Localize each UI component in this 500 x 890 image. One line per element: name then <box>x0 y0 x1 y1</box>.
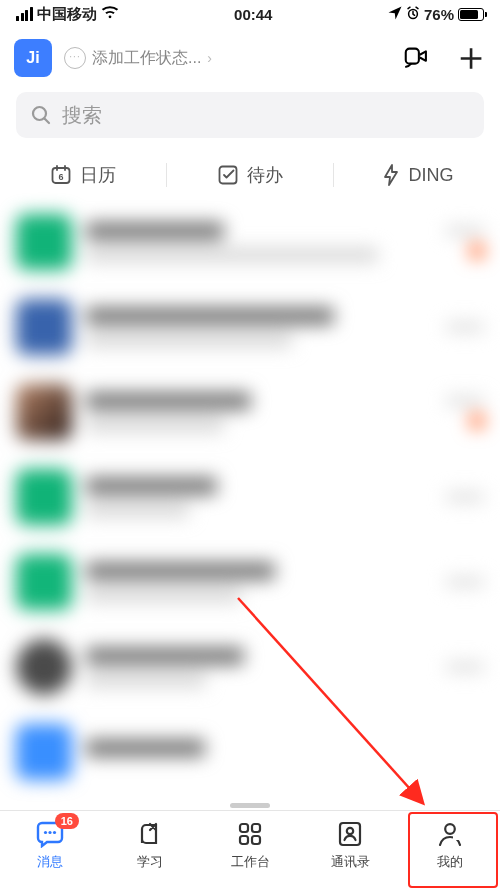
study-icon <box>135 820 165 848</box>
nav-contacts[interactable]: 通讯录 <box>300 819 400 890</box>
svg-rect-12 <box>252 824 260 832</box>
alarm-icon <box>406 6 420 23</box>
nav-mine[interactable]: 我的 <box>400 819 500 890</box>
drag-handle-icon <box>230 803 270 808</box>
svg-rect-18 <box>453 836 459 840</box>
svg-point-17 <box>445 824 455 834</box>
nav-study[interactable]: 学习 <box>100 819 200 890</box>
quick-ding[interactable]: DING <box>334 164 500 186</box>
status-time: 00:44 <box>234 6 272 23</box>
quick-todo-label: 待办 <box>247 163 283 187</box>
add-button[interactable]: ＋ <box>456 43 486 73</box>
contacts-icon <box>335 820 365 848</box>
svg-point-16 <box>347 828 353 834</box>
avatar[interactable]: Ji <box>14 39 52 77</box>
profile-icon <box>435 820 465 848</box>
location-icon <box>388 6 402 23</box>
messages-badge: 16 <box>55 813 79 829</box>
search-placeholder: 搜索 <box>62 102 102 129</box>
quick-actions: 6 日历 待办 DING <box>0 150 500 200</box>
ding-icon <box>381 164 401 186</box>
chat-list <box>0 200 500 795</box>
chat-item[interactable] <box>0 200 500 285</box>
signal-icon <box>16 7 33 21</box>
nav-label: 我的 <box>437 853 463 871</box>
chat-item[interactable] <box>0 285 500 370</box>
chat-item[interactable] <box>0 710 500 795</box>
nav-label: 工作台 <box>231 853 270 871</box>
svg-rect-11 <box>240 824 248 832</box>
workbench-icon <box>235 820 265 848</box>
plus-icon: ＋ <box>451 36 491 76</box>
carrier-label: 中国移动 <box>37 5 97 24</box>
battery-pct: 76% <box>424 6 454 23</box>
quick-todo[interactable]: 待办 <box>167 163 333 187</box>
svg-point-8 <box>44 831 47 834</box>
quick-calendar[interactable]: 6 日历 <box>0 163 166 187</box>
status-right: 76% <box>388 6 484 23</box>
svg-point-10 <box>53 831 56 834</box>
status-left: 中国移动 <box>16 5 119 24</box>
chevron-right-icon: › <box>207 50 212 66</box>
svg-point-9 <box>48 831 51 834</box>
search-icon <box>30 104 52 126</box>
bottom-nav: 16 消息 学习 工作台 <box>0 810 500 890</box>
work-status-label: 添加工作状态... <box>92 48 201 69</box>
app-header: Ji ··· 添加工作状态... › ＋ <box>0 28 500 88</box>
chat-item[interactable] <box>0 625 500 710</box>
svg-line-2 <box>45 119 50 124</box>
nav-workbench[interactable]: 工作台 <box>200 819 300 890</box>
calendar-icon: 6 <box>50 164 72 186</box>
nav-messages[interactable]: 16 消息 <box>0 819 100 890</box>
status-bar: 中国移动 00:44 76% <box>0 0 500 28</box>
chat-item[interactable] <box>0 455 500 540</box>
chat-item[interactable] <box>0 370 500 455</box>
video-call-button[interactable] <box>402 43 432 73</box>
svg-text:6: 6 <box>58 172 63 182</box>
quick-ding-label: DING <box>409 165 454 186</box>
wifi-icon <box>101 6 119 23</box>
speech-bubble-icon: ··· <box>64 47 86 69</box>
svg-rect-14 <box>252 836 260 844</box>
search-input[interactable]: 搜索 <box>16 92 484 138</box>
todo-icon <box>217 164 239 186</box>
nav-label: 消息 <box>37 853 63 871</box>
chat-item[interactable] <box>0 540 500 625</box>
svg-rect-13 <box>240 836 248 844</box>
nav-label: 通讯录 <box>331 853 370 871</box>
quick-calendar-label: 日历 <box>80 163 116 187</box>
battery-icon <box>458 8 484 21</box>
work-status-button[interactable]: ··· 添加工作状态... › <box>64 47 390 69</box>
nav-label: 学习 <box>137 853 163 871</box>
